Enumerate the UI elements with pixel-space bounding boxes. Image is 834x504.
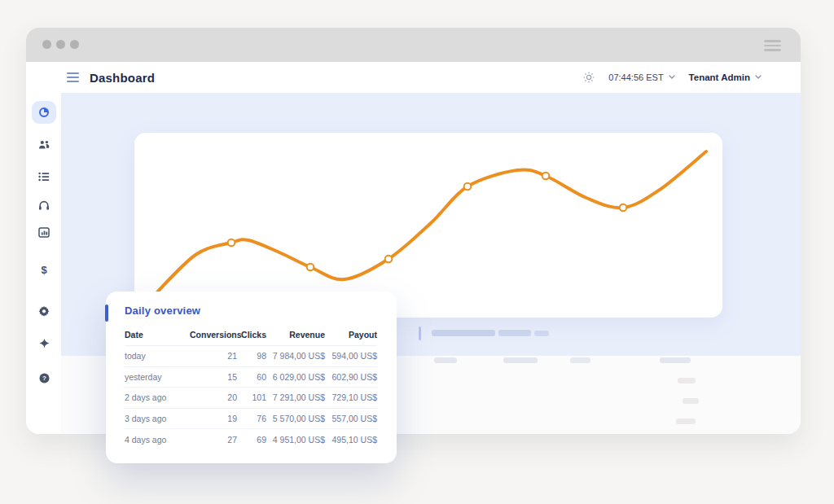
table-cell: today — [125, 346, 190, 367]
table-row: 4 days ago27694 951,00 US$495,10 US$ — [125, 429, 377, 450]
table-cell: yesterday — [125, 366, 190, 388]
data-point-marker — [542, 173, 550, 180]
daily-overview-card: Daily overview DateConversionsClicksReve… — [106, 291, 397, 463]
sidebar-nav: $ ? — [26, 93, 61, 434]
table-cell: 3 days ago — [125, 408, 190, 429]
table-cell: 19 — [190, 408, 237, 429]
revenue-chart-card — [134, 133, 722, 318]
data-point-marker — [307, 264, 314, 271]
ghost-section-accent — [419, 327, 421, 340]
sidebar-item-billing[interactable]: $ — [32, 258, 56, 281]
sidebar-item-reports[interactable] — [32, 221, 56, 243]
table-cell: 101 — [237, 388, 266, 409]
daily-overview-title: Daily overview — [125, 305, 377, 317]
card-accent-bar — [105, 305, 108, 322]
chevron-down-icon — [755, 75, 762, 80]
table-cell: 2 days ago — [125, 388, 190, 409]
sun-icon — [583, 72, 595, 83]
chrome-hamburger-icon[interactable] — [764, 40, 781, 51]
column-header: Conversions — [190, 326, 237, 346]
trend-line — [152, 151, 706, 297]
table-cell: 69 — [237, 429, 266, 450]
table-cell: 60 — [237, 366, 266, 388]
clock-time: 07:44:56 EST — [608, 72, 663, 82]
users-icon — [38, 139, 50, 150]
ghost-section-text — [534, 331, 549, 336]
window-chrome — [26, 28, 801, 62]
table-cell: 602,90 US$ — [325, 366, 377, 388]
daily-overview-table: DateConversionsClicksRevenuePayout today… — [125, 326, 377, 449]
column-header: Clicks — [237, 326, 266, 346]
bar-chart-icon — [38, 227, 50, 238]
ghost-column-header — [503, 357, 538, 363]
table-cell: 594,00 US$ — [325, 346, 377, 367]
ghost-section-title — [432, 330, 495, 336]
table-cell: 76 — [237, 408, 266, 429]
sidebar-item-users[interactable] — [32, 133, 56, 156]
table-cell: 21 — [190, 346, 237, 367]
table-cell: 20 — [190, 388, 237, 409]
spark-icon — [39, 338, 50, 348]
column-header: Payout — [325, 326, 377, 346]
minimize-dot[interactable] — [56, 40, 65, 49]
data-point-marker — [464, 183, 472, 191]
table-cell: 98 — [237, 346, 266, 367]
pie-chart-icon — [38, 107, 50, 118]
gear-icon — [38, 305, 50, 317]
ghost-cell-value — [676, 419, 696, 424]
data-point-marker — [620, 204, 627, 212]
ghost-cell-value — [683, 398, 699, 404]
help-icon: ? — [39, 373, 50, 383]
table-cell: 729,10 US$ — [325, 388, 377, 409]
maximize-dot[interactable] — [70, 40, 79, 49]
table-cell: 15 — [190, 366, 237, 388]
sidebar-item-settings[interactable] — [32, 300, 56, 322]
ghost-section-subtitle — [498, 330, 531, 336]
column-header: Revenue — [266, 326, 325, 346]
table-row: yesterday15606 029,00 US$602,90 US$ — [125, 366, 377, 388]
data-point-marker — [228, 239, 235, 247]
table-cell: 557,00 US$ — [325, 408, 377, 429]
window-controls — [42, 40, 79, 49]
timezone-dropdown[interactable]: 07:44:56 EST — [608, 72, 674, 82]
user-name: Tenant Admin — [689, 72, 750, 82]
theme-toggle[interactable] — [583, 72, 595, 83]
table-row: 3 days ago19765 570,00 US$557,00 US$ — [125, 408, 377, 429]
sidebar-item-dashboard[interactable] — [32, 101, 56, 124]
ghost-column-header — [570, 357, 590, 363]
table-cell: 4 days ago — [125, 429, 190, 450]
sidebar-item-help[interactable]: ? — [32, 366, 56, 389]
svg-text:?: ? — [42, 375, 46, 382]
table-row: today21987 984,00 US$594,00 US$ — [125, 346, 377, 367]
ghost-cell-value — [678, 378, 696, 383]
user-menu-dropdown[interactable]: Tenant Admin — [689, 72, 762, 82]
data-point-marker — [385, 256, 393, 263]
app-header: Dashboard 07:44:56 EST Tenant Admin — [26, 62, 801, 93]
table-cell: 27 — [190, 429, 237, 450]
ghost-column-header — [434, 357, 457, 363]
sidebar-toggle-hamburger-icon[interactable] — [67, 72, 79, 82]
sidebar-item-support[interactable] — [32, 194, 56, 217]
table-cell: 7 291,00 US$ — [266, 388, 325, 409]
ghost-column-header — [660, 357, 691, 363]
column-header: Date — [125, 326, 190, 346]
table-cell: 4 951,00 US$ — [266, 429, 325, 450]
sidebar-item-boost[interactable] — [32, 331, 56, 354]
table-header-row: DateConversionsClicksRevenuePayout — [125, 326, 377, 346]
table-cell: 6 029,00 US$ — [266, 366, 325, 388]
table-cell: 495,10 US$ — [325, 429, 377, 450]
chevron-down-icon — [669, 75, 675, 80]
sidebar-item-list[interactable] — [32, 165, 56, 188]
table-cell: 7 984,00 US$ — [266, 346, 325, 367]
table-cell: 5 570,00 US$ — [266, 408, 325, 429]
page-title: Dashboard — [90, 71, 155, 85]
close-dot[interactable] — [42, 40, 51, 49]
dollar-icon: $ — [41, 264, 46, 276]
headset-icon — [38, 200, 50, 211]
table-row: 2 days ago201017 291,00 US$729,10 US$ — [125, 388, 377, 409]
list-icon — [38, 172, 50, 182]
